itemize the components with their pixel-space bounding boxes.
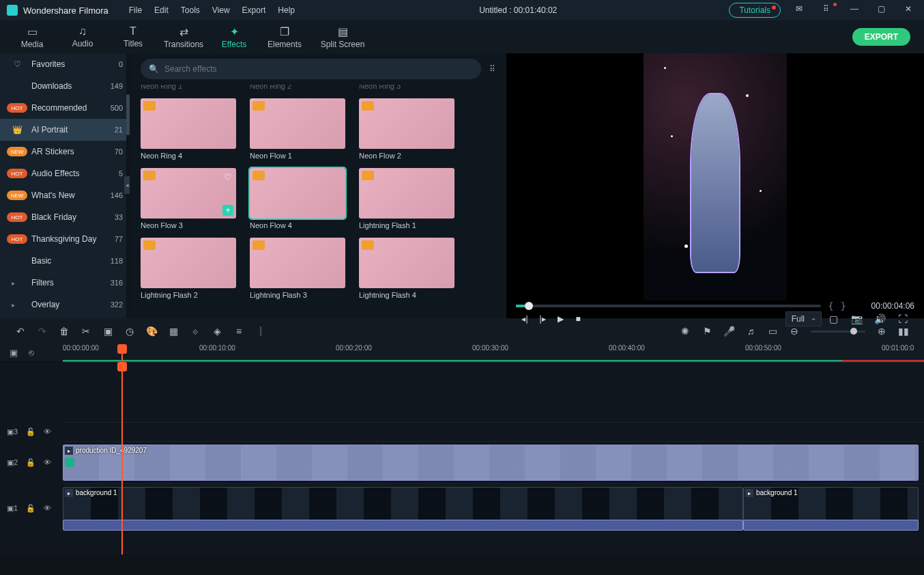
effect-thumbnail[interactable] xyxy=(359,98,454,149)
tutorials-button[interactable]: Tutorials xyxy=(729,3,781,18)
tab-media[interactable]: ▭Media xyxy=(7,25,57,49)
keyframe-icon[interactable]: ◈ xyxy=(206,326,228,337)
undo-icon[interactable]: ↶ xyxy=(10,326,31,337)
tab-audio[interactable]: ♫Audio xyxy=(57,25,108,48)
effect-item[interactable]: Neon Flow 1 xyxy=(250,98,345,164)
grid-view-icon[interactable]: ⠿ xyxy=(489,64,495,74)
snap-icon[interactable]: ▭ xyxy=(762,326,783,337)
effect-item[interactable]: Lightning Flash 3 xyxy=(250,238,345,303)
color-icon[interactable]: 🎨 xyxy=(141,326,162,337)
audiomix-icon[interactable]: ♬ xyxy=(740,326,762,337)
playhead[interactable] xyxy=(121,344,123,361)
delete-icon[interactable]: 🗑 xyxy=(53,326,75,337)
add-icon[interactable]: + xyxy=(222,205,233,216)
crop-icon[interactable]: ▣ xyxy=(97,326,119,337)
stop-button[interactable]: ■ xyxy=(569,314,587,324)
voiceover-icon[interactable]: 🎤 xyxy=(718,326,740,337)
export-button[interactable]: EXPORT xyxy=(852,28,910,46)
snapshot-icon[interactable]: 📷 xyxy=(845,313,868,324)
redo-icon[interactable]: ↷ xyxy=(31,326,53,337)
cut-icon[interactable]: ✂ xyxy=(75,326,97,337)
window-maximize-icon[interactable]: ▢ xyxy=(878,4,890,16)
effect-item[interactable]: Lightning Flash 1 xyxy=(359,168,454,234)
clip-audio-b[interactable] xyxy=(743,520,919,531)
window-minimize-icon[interactable]: — xyxy=(850,4,863,16)
sidebar-item-audio-effects[interactable]: HOTAudio Effects5 xyxy=(0,163,130,184)
playhead-line[interactable] xyxy=(121,362,123,555)
tab-split-screen[interactable]: ▤Split Screen xyxy=(310,25,375,49)
eye-icon[interactable]: 👁 xyxy=(44,504,51,512)
audio-wave-icon[interactable]: ⦚ xyxy=(250,326,272,337)
effect-thumbnail[interactable] xyxy=(359,238,454,288)
effect-thumbnail[interactable] xyxy=(141,98,236,149)
link-icon[interactable]: ⎋ xyxy=(29,348,48,358)
window-close-icon[interactable]: ✕ xyxy=(905,4,917,16)
zoom-in-icon[interactable]: ⊕ xyxy=(871,326,893,337)
render-icon[interactable]: ✺ xyxy=(674,326,696,337)
effect-item[interactable]: Neon Flow 2 xyxy=(359,98,454,164)
sidebar-item-filters[interactable]: ▸Filters316 xyxy=(0,272,130,294)
zoom-fit-icon[interactable]: ▮▮ xyxy=(893,326,914,337)
effect-thumbnail[interactable]: ♡ + xyxy=(141,168,236,219)
track-1[interactable]: ▣1🔓👁 ▸ background 1 ▸ background 1 xyxy=(0,483,924,533)
preview-quality-select[interactable]: Full xyxy=(785,311,822,326)
zoom-out-icon[interactable]: ⊖ xyxy=(783,326,805,337)
timeline-ruler[interactable]: 00:00:00:0000:00:10:0000:00:20:0000:00:3… xyxy=(63,344,924,362)
menu-file[interactable]: File xyxy=(129,5,142,15)
marker-icon[interactable]: ⚑ xyxy=(696,326,718,337)
clip-video[interactable]: ▸ production ID_4929207 xyxy=(63,445,919,481)
effect-item[interactable]: Neon Ring 4 xyxy=(141,98,236,164)
volume-icon[interactable]: 🔊 xyxy=(868,313,891,324)
sidebar-collapse-toggle[interactable]: ◂ xyxy=(124,176,130,194)
search-effects[interactable]: 🔍 xyxy=(141,59,481,79)
tasks-icon[interactable]: ⠿ xyxy=(823,4,835,16)
eye-icon[interactable]: 👁 xyxy=(44,427,51,436)
sidebar-item-ar-stickers[interactable]: NEWAR Stickers70 xyxy=(0,141,130,163)
menu-edit[interactable]: Edit xyxy=(154,5,169,15)
sidebar-item-ai-portrait[interactable]: 👑AI Portrait21 xyxy=(0,119,130,141)
next-frame-button[interactable]: |▸ xyxy=(534,314,551,324)
preview-scrubber[interactable] xyxy=(516,305,821,307)
effect-item[interactable]: Lightning Flash 2 xyxy=(141,238,236,303)
sidebar-item-downloads[interactable]: Downloads149 xyxy=(0,75,130,97)
search-input[interactable] xyxy=(164,64,473,74)
effect-item[interactable]: Lightning Flash 4 xyxy=(359,238,454,303)
mail-icon[interactable]: ✉ xyxy=(796,4,808,16)
sidebar-item-what-s-new[interactable]: NEWWhat's New146 xyxy=(0,184,130,206)
effect-item[interactable]: Neon Flow 4 xyxy=(250,168,345,234)
detach-icon[interactable]: ⟐ xyxy=(184,326,206,337)
greenscreen-icon[interactable]: ▦ xyxy=(162,326,184,337)
track-manager-icon[interactable]: ▣ xyxy=(10,348,29,358)
menu-tools[interactable]: Tools xyxy=(181,5,200,15)
prev-frame-button[interactable]: ◂| xyxy=(516,314,534,324)
mark-out-icon[interactable]: } xyxy=(841,300,846,311)
menu-help[interactable]: Help xyxy=(278,5,295,15)
sidebar-item-recommended[interactable]: HOTRecommended500 xyxy=(0,97,130,119)
effect-thumbnail[interactable] xyxy=(250,98,345,149)
menu-export[interactable]: Export xyxy=(242,5,266,15)
eye-icon[interactable]: 👁 xyxy=(44,458,51,466)
tab-effects[interactable]: ✦Effects xyxy=(209,25,259,49)
lock-icon[interactable]: 🔓 xyxy=(26,458,35,467)
lock-icon[interactable]: 🔓 xyxy=(26,504,35,513)
display-icon[interactable]: ▢ xyxy=(822,313,845,324)
adjust-icon[interactable]: ≡ xyxy=(228,326,250,337)
sidebar-item-overlay[interactable]: ▸Overlay322 xyxy=(0,294,130,315)
clip-audio-a[interactable] xyxy=(63,520,743,531)
track-2[interactable]: ▣2🔓👁 ▸ production ID_4929207 xyxy=(0,441,924,483)
sidebar-item-favorites[interactable]: ♡Favorites0 xyxy=(0,53,130,75)
heart-icon[interactable]: ♡ xyxy=(224,172,232,182)
mark-in-icon[interactable]: { xyxy=(828,300,833,311)
effect-thumbnail[interactable] xyxy=(250,168,345,219)
menu-view[interactable]: View xyxy=(212,5,230,15)
tab-titles[interactable]: TTitles xyxy=(108,25,158,48)
effect-thumbnail[interactable] xyxy=(141,238,236,288)
fullscreen-icon[interactable]: ⛶ xyxy=(891,313,914,324)
sidebar-item-black-friday[interactable]: HOTBlack Friday33 xyxy=(0,206,130,228)
speed-icon[interactable]: ◷ xyxy=(119,326,141,337)
tab-transitions[interactable]: ⇄Transitions xyxy=(158,25,209,49)
play-button[interactable]: ▶ xyxy=(551,314,569,324)
effect-thumbnail[interactable] xyxy=(250,238,345,288)
tab-elements[interactable]: ❐Elements xyxy=(259,25,310,49)
sidebar-item-basic[interactable]: Basic118 xyxy=(0,250,130,272)
